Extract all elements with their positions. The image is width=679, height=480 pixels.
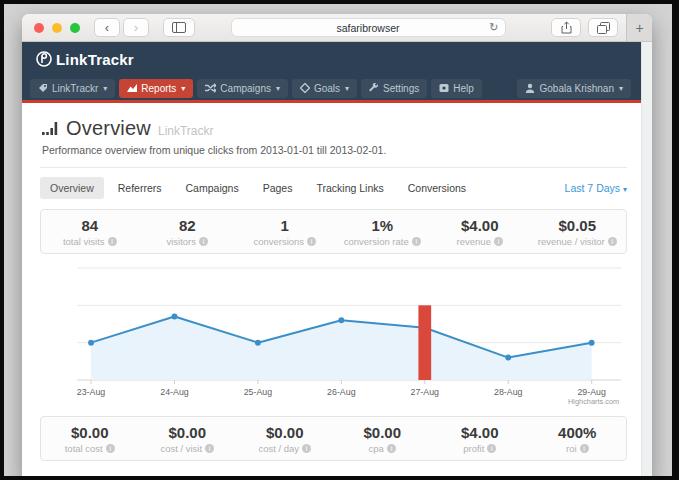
back-button[interactable]: ‹ [94, 18, 120, 37]
info-icon[interactable]: i [108, 237, 117, 246]
chevron-down-icon: ▾ [181, 84, 185, 93]
stat-value: 82 [139, 217, 237, 234]
stat-value: 400% [529, 424, 627, 441]
info-icon[interactable]: i [387, 444, 396, 453]
stat-value: $4.00 [431, 424, 529, 441]
sidebar-icon [172, 22, 186, 33]
tab-campaigns[interactable]: Campaigns [176, 177, 249, 199]
stat-label: revenue / visitor [538, 236, 605, 247]
nav-item-reports[interactable]: Reports ▾ [119, 79, 193, 98]
window-controls [34, 23, 80, 33]
stat-cost-per-visit: $0.00 cost / visiti [139, 424, 237, 454]
tab-tracking-links[interactable]: Tracking Links [306, 177, 393, 199]
minimize-window-button[interactable] [52, 23, 62, 33]
stat-label: conversions [253, 236, 304, 247]
info-icon[interactable]: i [494, 237, 503, 246]
stat-label: revenue [457, 236, 491, 247]
info-icon[interactable]: i [205, 444, 214, 453]
info-icon[interactable]: i [106, 444, 115, 453]
tab-overview-button[interactable] [588, 18, 618, 37]
brand-logo[interactable]: LinkTrackr [36, 51, 134, 68]
nav-label: Goals [314, 83, 340, 94]
main-navbar: LinkTrackr ▾ Reports ▾ Campaigns [22, 76, 641, 103]
area-chart-icon [127, 83, 137, 93]
stat-cpa: $0.00 cpai [334, 424, 432, 454]
bar-chart-icon [42, 121, 59, 136]
user-menu[interactable]: Gobala Krishnan ▾ [517, 79, 631, 98]
toolbar-right-buttons [551, 18, 618, 37]
page-title: Overview [66, 117, 151, 140]
stat-label: conversion rate [344, 236, 409, 247]
chevron-down-icon: ▾ [103, 84, 107, 93]
desktop-background: ‹ › safaribrowser ↻ [4, 4, 672, 476]
nav-label: Settings [383, 83, 419, 94]
nav-item-linktrackr[interactable]: LinkTrackr ▾ [30, 79, 115, 98]
nav-label: Help [453, 83, 474, 94]
nav-item-campaigns[interactable]: Campaigns ▾ [197, 79, 288, 98]
visits-chart: 23-Aug24-Aug25-Aug26-Aug27-Aug28-Aug29-A… [40, 260, 627, 410]
stat-roi: 400% roii [529, 424, 627, 454]
stat-revenue: $4.00 revenuei [431, 217, 529, 247]
stat-label: cost / day [258, 443, 299, 454]
info-icon[interactable]: i [608, 237, 617, 246]
stat-label: roi [566, 443, 577, 454]
address-bar[interactable]: safaribrowser ↻ [231, 18, 506, 37]
report-tabs: Overview Referrers Campaigns Pages Track… [40, 177, 627, 199]
stat-value: 1% [334, 217, 432, 234]
plus-icon: + [635, 20, 643, 36]
nav-label: LinkTrackr [52, 83, 98, 94]
nav-item-goals[interactable]: Goals ▾ [292, 79, 357, 98]
stats-panel-top: 84 total visitsi 82 visitorsi 1 conversi… [40, 209, 627, 254]
help-icon [439, 83, 449, 93]
forward-button[interactable]: › [123, 18, 149, 37]
svg-text:27-Aug: 27-Aug [411, 387, 439, 397]
stats-panel-bottom: $0.00 total costi $0.00 cost / visiti $0… [40, 416, 627, 461]
chevron-down-icon: ▾ [623, 185, 627, 194]
chevron-down-icon: ▾ [619, 84, 623, 93]
tab-referrers[interactable]: Referrers [108, 177, 172, 199]
main-content: Overview LinkTrackr Performance overview… [22, 103, 641, 461]
tabs-icon [597, 22, 610, 34]
page-title-suffix: LinkTrackr [158, 124, 214, 138]
stat-label: cpa [369, 443, 384, 454]
date-range-dropdown[interactable]: Last 7 Days ▾ [565, 182, 627, 194]
stat-revenue-per-visitor: $0.05 revenue / visitori [529, 217, 627, 247]
page-header: Overview LinkTrackr Performance overview… [40, 103, 627, 168]
stat-label: visitors [166, 236, 196, 247]
stat-label: cost / visit [160, 443, 202, 454]
info-icon[interactable]: i [580, 444, 589, 453]
info-icon[interactable]: i [412, 237, 421, 246]
stat-visitors: 82 visitorsi [139, 217, 237, 247]
zoom-window-button[interactable] [70, 23, 80, 33]
info-icon[interactable]: i [307, 237, 316, 246]
info-icon[interactable]: i [302, 444, 311, 453]
scrollbar-track[interactable] [641, 42, 652, 476]
history-buttons: ‹ › [94, 18, 149, 37]
user-name: Gobala Krishnan [539, 83, 614, 94]
tab-pages[interactable]: Pages [253, 177, 303, 199]
info-icon[interactable]: i [199, 237, 208, 246]
tab-conversions[interactable]: Conversions [398, 177, 476, 199]
svg-text:29-Aug: 29-Aug [577, 387, 605, 397]
svg-text:26-Aug: 26-Aug [327, 387, 355, 397]
info-icon[interactable]: i [487, 444, 496, 453]
page-description: Performance overview from unique clicks … [42, 144, 625, 156]
nav-item-help[interactable]: Help [431, 79, 482, 98]
stat-label: profit [463, 443, 484, 454]
sidebar-toggle-button[interactable] [163, 18, 195, 37]
browser-toolbar: ‹ › safaribrowser ↻ [22, 14, 652, 42]
date-range-label: Last 7 Days [565, 182, 620, 194]
stat-value: $0.00 [236, 424, 334, 441]
share-button[interactable] [551, 18, 581, 37]
stat-value: 84 [41, 217, 139, 234]
svg-text:24-Aug: 24-Aug [160, 387, 188, 397]
new-tab-button[interactable]: + [626, 14, 652, 41]
reload-icon[interactable]: ↻ [489, 21, 498, 34]
chevron-down-icon: ▾ [276, 84, 280, 93]
tab-overview[interactable]: Overview [40, 177, 104, 199]
stat-value: $4.00 [431, 217, 529, 234]
nav-item-settings[interactable]: Settings [361, 79, 427, 98]
stat-total-visits: 84 total visitsi [41, 217, 139, 247]
close-window-button[interactable] [34, 23, 44, 33]
diamond-icon [300, 83, 310, 93]
